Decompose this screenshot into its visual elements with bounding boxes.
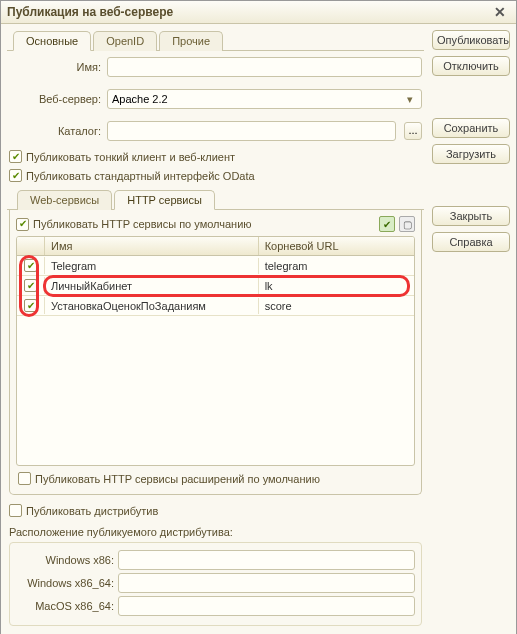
row-checkbox[interactable]: [24, 279, 37, 292]
odata-checkbox[interactable]: [9, 169, 22, 182]
save-button[interactable]: Сохранить: [432, 118, 510, 138]
catalog-input[interactable]: [107, 121, 396, 141]
win-x86-64-input[interactable]: [118, 573, 415, 593]
table-row[interactable]: ЛичныйКабинет lk: [17, 276, 414, 296]
tab-http-services[interactable]: HTTP сервисы: [114, 190, 215, 210]
titlebar: Публикация на веб-сервере ✕: [1, 1, 516, 24]
catalog-browse-button[interactable]: ...: [404, 122, 422, 140]
col-root: Корневой URL: [259, 237, 414, 255]
name-input[interactable]: [107, 57, 422, 77]
close-icon[interactable]: ✕: [490, 4, 510, 20]
win-x86-64-label: Windows x86_64:: [16, 577, 114, 589]
win-x86-label: Windows x86:: [16, 554, 114, 566]
webserver-value: Apache 2.2: [112, 93, 168, 105]
http-services-table: Имя Корневой URL Telegram telegram Личны…: [16, 236, 415, 466]
top-tabs: Основные OpenID Прочие: [7, 30, 424, 51]
webserver-select[interactable]: Apache 2.2 ▾: [107, 89, 422, 109]
close-button[interactable]: Закрыть: [432, 206, 510, 226]
table-body: Telegram telegram ЛичныйКабинет lk Устан…: [17, 256, 414, 465]
table-row[interactable]: Telegram telegram: [17, 256, 414, 276]
http-ext-default-checkbox[interactable]: [18, 472, 31, 485]
row-root: lk: [259, 278, 414, 294]
publish-dist-checkbox[interactable]: [9, 504, 22, 517]
dist-location-label: Расположение публикуемого дистрибутива:: [9, 526, 422, 538]
name-label: Имя:: [9, 61, 101, 73]
uncheck-all-icon[interactable]: ▢: [399, 216, 415, 232]
load-button[interactable]: Загрузить: [432, 144, 510, 164]
check-all-icon[interactable]: ✔: [379, 216, 395, 232]
row-checkbox[interactable]: [24, 299, 37, 312]
http-default-checkbox[interactable]: [16, 218, 29, 231]
publish-button[interactable]: Опубликовать: [432, 30, 510, 50]
table-row[interactable]: УстановкаОценокПоЗаданиям score: [17, 296, 414, 316]
tab-openid[interactable]: OpenID: [93, 31, 157, 51]
row-checkbox[interactable]: [24, 259, 37, 272]
window-title: Публикация на веб-сервере: [7, 5, 173, 19]
http-services-panel: Публиковать HTTP сервисы по умолчанию ✔ …: [9, 210, 422, 495]
sidebar-buttons: Опубликовать Отключить Сохранить Загрузи…: [432, 30, 510, 634]
mac-x86-64-label: MacOS x86_64:: [16, 600, 114, 612]
col-name: Имя: [45, 237, 259, 255]
http-ext-default-label: Публиковать HTTP сервисы расширений по у…: [35, 473, 320, 485]
row-name: ЛичныйКабинет: [45, 278, 259, 294]
thin-client-label: Публиковать тонкий клиент и веб-клиент: [26, 151, 235, 163]
row-name: УстановкаОценокПоЗаданиям: [45, 298, 259, 314]
mac-x86-64-input[interactable]: [118, 596, 415, 616]
dialog-window: Публикация на веб-сервере ✕ Основные Ope…: [0, 0, 517, 634]
tab-main[interactable]: Основные: [13, 31, 91, 51]
webserver-label: Веб-сервер:: [9, 93, 101, 105]
row-name: Telegram: [45, 258, 259, 274]
disconnect-button[interactable]: Отключить: [432, 56, 510, 76]
chevron-down-icon[interactable]: ▾: [403, 93, 417, 106]
odata-label: Публиковать стандартный интерфейс OData: [26, 170, 255, 182]
tab-other[interactable]: Прочие: [159, 31, 223, 51]
col-check: [17, 237, 45, 255]
catalog-label: Каталог:: [9, 125, 101, 137]
help-button[interactable]: Справка: [432, 232, 510, 252]
publish-dist-label: Публиковать дистрибутив: [26, 505, 158, 517]
distribution-group: Windows x86: Windows x86_64: MacOS x86_6…: [9, 542, 422, 626]
row-root: telegram: [259, 258, 414, 274]
tab-web-services[interactable]: Web-сервисы: [17, 190, 112, 210]
http-default-label: Публиковать HTTP сервисы по умолчанию: [33, 218, 252, 230]
win-x86-input[interactable]: [118, 550, 415, 570]
sub-tabs: Web-сервисы HTTP сервисы: [7, 189, 424, 210]
thin-client-checkbox[interactable]: [9, 150, 22, 163]
row-root: score: [259, 298, 414, 314]
